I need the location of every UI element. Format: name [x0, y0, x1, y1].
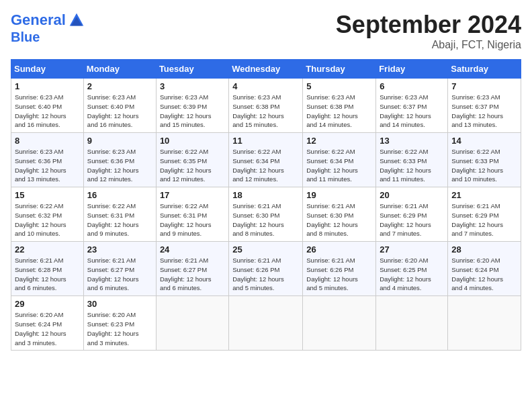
weekday-header-thursday: Thursday: [303, 60, 376, 79]
week-row-5: 29Sunrise: 6:20 AMSunset: 6:24 PMDayligh…: [11, 296, 521, 351]
day-number: 11: [232, 136, 299, 146]
calendar-cell: 23Sunrise: 6:21 AMSunset: 6:27 PMDayligh…: [83, 242, 156, 296]
weekday-header-tuesday: Tuesday: [156, 60, 228, 79]
day-number: 4: [232, 81, 299, 91]
day-info: Sunrise: 6:23 AMSunset: 6:40 PMDaylight:…: [15, 93, 80, 130]
calendar-cell: 4Sunrise: 6:23 AMSunset: 6:38 PMDaylight…: [229, 79, 303, 133]
week-row-4: 22Sunrise: 6:21 AMSunset: 6:28 PMDayligh…: [11, 242, 521, 296]
calendar-cell: 25Sunrise: 6:21 AMSunset: 6:26 PMDayligh…: [229, 242, 303, 296]
calendar-cell: 6Sunrise: 6:23 AMSunset: 6:37 PMDaylight…: [376, 79, 448, 133]
day-info: Sunrise: 6:21 AMSunset: 6:29 PMDaylight:…: [451, 201, 517, 238]
day-info: Sunrise: 6:23 AMSunset: 6:38 PMDaylight:…: [306, 93, 372, 130]
day-info: Sunrise: 6:22 AMSunset: 6:35 PMDaylight:…: [160, 147, 225, 184]
day-number: 9: [87, 136, 152, 146]
title-area: September 2024 Abaji, FCT, Nigeria: [336, 11, 521, 51]
day-number: 20: [380, 190, 444, 200]
day-info: Sunrise: 6:22 AMSunset: 6:31 PMDaylight:…: [160, 201, 225, 238]
calendar-cell: 3Sunrise: 6:23 AMSunset: 6:39 PMDaylight…: [156, 79, 228, 133]
day-info: Sunrise: 6:22 AMSunset: 6:31 PMDaylight:…: [87, 201, 152, 238]
day-number: 27: [380, 244, 444, 255]
day-info: Sunrise: 6:23 AMSunset: 6:38 PMDaylight:…: [232, 93, 299, 130]
calendar-cell: 16Sunrise: 6:22 AMSunset: 6:31 PMDayligh…: [83, 187, 156, 242]
calendar-cell: 27Sunrise: 6:20 AMSunset: 6:25 PMDayligh…: [376, 242, 448, 296]
day-info: Sunrise: 6:22 AMSunset: 6:34 PMDaylight:…: [306, 147, 372, 184]
calendar-cell: 19Sunrise: 6:21 AMSunset: 6:30 PMDayligh…: [303, 187, 376, 242]
day-number: 3: [160, 81, 225, 91]
day-number: 12: [306, 136, 372, 146]
day-info: Sunrise: 6:20 AMSunset: 6:25 PMDaylight:…: [380, 256, 444, 293]
day-info: Sunrise: 6:23 AMSunset: 6:37 PMDaylight:…: [451, 93, 517, 130]
day-info: Sunrise: 6:21 AMSunset: 6:30 PMDaylight:…: [306, 201, 372, 238]
weekday-header-friday: Friday: [376, 60, 448, 79]
weekday-header-wednesday: Wednesday: [229, 60, 303, 79]
logo-subtext: Blue: [11, 30, 86, 44]
day-number: 7: [451, 81, 517, 91]
calendar-cell: 11Sunrise: 6:22 AMSunset: 6:34 PMDayligh…: [229, 133, 303, 187]
logo-text: General: [11, 12, 66, 28]
day-info: Sunrise: 6:23 AMSunset: 6:36 PMDaylight:…: [87, 147, 152, 184]
day-number: 10: [160, 136, 225, 146]
calendar-cell: [376, 296, 448, 351]
calendar-cell: [156, 296, 228, 351]
calendar-cell: 10Sunrise: 6:22 AMSunset: 6:35 PMDayligh…: [156, 133, 228, 187]
day-info: Sunrise: 6:21 AMSunset: 6:26 PMDaylight:…: [306, 256, 372, 293]
day-number: 26: [306, 244, 372, 255]
day-number: 16: [87, 190, 152, 200]
calendar-cell: 1Sunrise: 6:23 AMSunset: 6:40 PMDaylight…: [11, 79, 84, 133]
calendar-cell: 15Sunrise: 6:22 AMSunset: 6:32 PMDayligh…: [11, 187, 84, 242]
logo: General Blue: [11, 11, 86, 44]
day-info: Sunrise: 6:22 AMSunset: 6:32 PMDaylight:…: [15, 201, 80, 238]
month-title: September 2024: [336, 11, 521, 39]
week-row-1: 1Sunrise: 6:23 AMSunset: 6:40 PMDaylight…: [11, 79, 521, 133]
day-info: Sunrise: 6:22 AMSunset: 6:33 PMDaylight:…: [451, 147, 517, 184]
logo-icon: [67, 11, 86, 30]
calendar-cell: 18Sunrise: 6:21 AMSunset: 6:30 PMDayligh…: [229, 187, 303, 242]
calendar-cell: 20Sunrise: 6:21 AMSunset: 6:29 PMDayligh…: [376, 187, 448, 242]
day-info: Sunrise: 6:22 AMSunset: 6:33 PMDaylight:…: [380, 147, 444, 184]
day-number: 2: [87, 81, 152, 91]
day-number: 21: [451, 190, 517, 200]
day-info: Sunrise: 6:21 AMSunset: 6:26 PMDaylight:…: [232, 256, 299, 293]
calendar-cell: 24Sunrise: 6:21 AMSunset: 6:27 PMDayligh…: [156, 242, 228, 296]
calendar-cell: 9Sunrise: 6:23 AMSunset: 6:36 PMDaylight…: [83, 133, 156, 187]
day-info: Sunrise: 6:20 AMSunset: 6:24 PMDaylight:…: [451, 256, 517, 293]
day-number: 30: [87, 299, 152, 309]
day-number: 24: [160, 244, 225, 255]
weekday-header-row: SundayMondayTuesdayWednesdayThursdayFrid…: [11, 60, 521, 79]
day-info: Sunrise: 6:21 AMSunset: 6:28 PMDaylight:…: [15, 256, 80, 293]
day-number: 22: [15, 244, 80, 255]
calendar-cell: 26Sunrise: 6:21 AMSunset: 6:26 PMDayligh…: [303, 242, 376, 296]
day-info: Sunrise: 6:23 AMSunset: 6:40 PMDaylight:…: [87, 93, 152, 130]
day-number: 25: [232, 244, 299, 255]
day-number: 1: [15, 81, 80, 91]
calendar-cell: 5Sunrise: 6:23 AMSunset: 6:38 PMDaylight…: [303, 79, 376, 133]
day-number: 6: [380, 81, 444, 91]
day-number: 15: [15, 190, 80, 200]
day-info: Sunrise: 6:23 AMSunset: 6:36 PMDaylight:…: [15, 147, 80, 184]
calendar-cell: 17Sunrise: 6:22 AMSunset: 6:31 PMDayligh…: [156, 187, 228, 242]
calendar-cell: [229, 296, 303, 351]
day-info: Sunrise: 6:23 AMSunset: 6:37 PMDaylight:…: [380, 93, 444, 130]
location-title: Abaji, FCT, Nigeria: [336, 39, 521, 51]
day-number: 19: [306, 190, 372, 200]
weekday-header-saturday: Saturday: [448, 60, 521, 79]
day-number: 17: [160, 190, 225, 200]
calendar-cell: 13Sunrise: 6:22 AMSunset: 6:33 PMDayligh…: [376, 133, 448, 187]
calendar-cell: 7Sunrise: 6:23 AMSunset: 6:37 PMDaylight…: [448, 79, 521, 133]
calendar-cell: 2Sunrise: 6:23 AMSunset: 6:40 PMDaylight…: [83, 79, 156, 133]
calendar-table: SundayMondayTuesdayWednesdayThursdayFrid…: [11, 59, 521, 351]
calendar-cell: 22Sunrise: 6:21 AMSunset: 6:28 PMDayligh…: [11, 242, 84, 296]
day-info: Sunrise: 6:23 AMSunset: 6:39 PMDaylight:…: [160, 93, 225, 130]
calendar-cell: 29Sunrise: 6:20 AMSunset: 6:24 PMDayligh…: [11, 296, 84, 351]
day-number: 23: [87, 244, 152, 255]
day-info: Sunrise: 6:21 AMSunset: 6:27 PMDaylight:…: [87, 256, 152, 293]
day-info: Sunrise: 6:20 AMSunset: 6:24 PMDaylight:…: [15, 310, 80, 347]
day-info: Sunrise: 6:22 AMSunset: 6:34 PMDaylight:…: [232, 147, 299, 184]
day-number: 29: [15, 299, 80, 309]
day-number: 14: [451, 136, 517, 146]
day-info: Sunrise: 6:21 AMSunset: 6:30 PMDaylight:…: [232, 201, 299, 238]
week-row-2: 8Sunrise: 6:23 AMSunset: 6:36 PMDaylight…: [11, 133, 521, 187]
weekday-header-monday: Monday: [83, 60, 156, 79]
calendar-cell: 21Sunrise: 6:21 AMSunset: 6:29 PMDayligh…: [448, 187, 521, 242]
calendar-cell: 14Sunrise: 6:22 AMSunset: 6:33 PMDayligh…: [448, 133, 521, 187]
